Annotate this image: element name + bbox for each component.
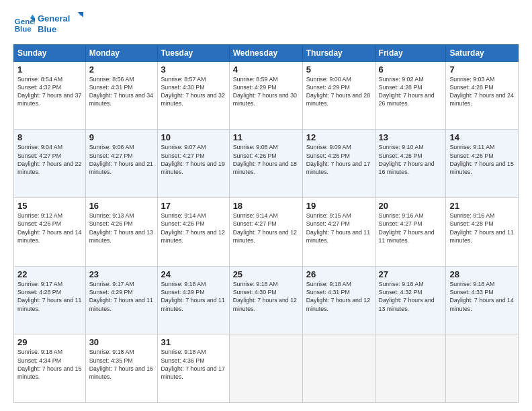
day-info: Sunrise: 9:16 AMSunset: 4:27 PMDaylight:… [379, 212, 435, 244]
calendar-cell: 23Sunrise: 9:17 AMSunset: 4:29 PMDayligh… [85, 266, 157, 334]
day-info: Sunrise: 9:17 AMSunset: 4:28 PMDaylight:… [17, 281, 81, 312]
weekday-header-monday: Monday [85, 44, 157, 61]
calendar-cell: 27Sunrise: 9:18 AMSunset: 4:32 PMDayligh… [375, 266, 446, 334]
weekday-header-thursday: Thursday [302, 44, 375, 61]
day-number: 14 [449, 132, 515, 142]
calendar-cell: 1Sunrise: 8:54 AMSunset: 4:32 PMDaylight… [14, 61, 86, 130]
calendar-cell: 17Sunrise: 9:14 AMSunset: 4:26 PMDayligh… [157, 197, 229, 266]
logo-text: General Blue [38, 11, 85, 38]
calendar-cell [302, 334, 375, 403]
day-info: Sunrise: 8:54 AMSunset: 4:32 PMDaylight:… [17, 76, 81, 107]
calendar-cell: 6Sunrise: 9:02 AMSunset: 4:28 PMDaylight… [375, 61, 446, 130]
calendar-table: SundayMondayTuesdayWednesdayThursdayFrid… [13, 44, 519, 404]
calendar-cell: 15Sunrise: 9:12 AMSunset: 4:26 PMDayligh… [14, 197, 86, 266]
logo: General Blue General Blue [13, 11, 85, 38]
day-number: 27 [379, 269, 443, 279]
calendar-cell: 2Sunrise: 8:56 AMSunset: 4:31 PMDaylight… [85, 61, 157, 130]
day-info: Sunrise: 9:18 AMSunset: 4:32 PMDaylight:… [379, 281, 435, 312]
day-number: 30 [89, 337, 154, 347]
day-number: 7 [449, 64, 515, 75]
day-info: Sunrise: 9:10 AMSunset: 4:26 PMDaylight:… [379, 144, 435, 175]
calendar-cell: 5Sunrise: 9:00 AMSunset: 4:29 PMDaylight… [302, 61, 375, 130]
day-number: 5 [306, 64, 371, 75]
day-number: 18 [233, 201, 299, 211]
day-info: Sunrise: 9:11 AMSunset: 4:26 PMDaylight:… [449, 144, 513, 175]
day-number: 10 [161, 132, 226, 142]
day-info: Sunrise: 9:06 AMSunset: 4:27 PMDaylight:… [89, 144, 153, 175]
day-number: 20 [379, 201, 443, 211]
day-number: 2 [89, 64, 154, 75]
calendar-cell: 16Sunrise: 9:13 AMSunset: 4:26 PMDayligh… [85, 197, 157, 266]
day-info: Sunrise: 9:18 AMSunset: 4:29 PMDaylight:… [161, 281, 225, 312]
day-info: Sunrise: 9:14 AMSunset: 4:26 PMDaylight:… [161, 212, 225, 244]
day-number: 6 [379, 64, 443, 75]
calendar-cell: 14Sunrise: 9:11 AMSunset: 4:26 PMDayligh… [446, 130, 519, 198]
day-info: Sunrise: 9:18 AMSunset: 4:33 PMDaylight:… [449, 281, 513, 312]
calendar-cell: 19Sunrise: 9:15 AMSunset: 4:27 PMDayligh… [302, 197, 375, 266]
day-number: 21 [449, 201, 515, 211]
day-number: 1 [17, 64, 82, 75]
calendar-cell: 4Sunrise: 8:59 AMSunset: 4:29 PMDaylight… [229, 61, 302, 130]
calendar-cell [375, 334, 446, 403]
day-info: Sunrise: 9:15 AMSunset: 4:27 PMDaylight:… [306, 212, 370, 244]
day-info: Sunrise: 9:08 AMSunset: 4:26 PMDaylight:… [233, 144, 297, 175]
day-info: Sunrise: 9:17 AMSunset: 4:29 PMDaylight:… [89, 281, 153, 312]
day-info: Sunrise: 9:18 AMSunset: 4:34 PMDaylight:… [17, 349, 81, 380]
calendar-cell: 28Sunrise: 9:18 AMSunset: 4:33 PMDayligh… [446, 266, 519, 334]
calendar-cell: 11Sunrise: 9:08 AMSunset: 4:26 PMDayligh… [229, 130, 302, 198]
day-info: Sunrise: 9:18 AMSunset: 4:36 PMDaylight:… [161, 349, 225, 380]
calendar-cell: 21Sunrise: 9:16 AMSunset: 4:28 PMDayligh… [446, 197, 519, 266]
day-info: Sunrise: 9:07 AMSunset: 4:27 PMDaylight:… [161, 144, 225, 175]
day-number: 28 [449, 269, 515, 279]
day-info: Sunrise: 9:18 AMSunset: 4:35 PMDaylight:… [89, 349, 153, 380]
calendar-cell: 29Sunrise: 9:18 AMSunset: 4:34 PMDayligh… [14, 334, 86, 403]
day-number: 3 [161, 64, 226, 75]
day-info: Sunrise: 9:09 AMSunset: 4:26 PMDaylight:… [306, 144, 370, 175]
calendar-cell: 22Sunrise: 9:17 AMSunset: 4:28 PMDayligh… [14, 266, 86, 334]
day-number: 17 [161, 201, 226, 211]
calendar-cell: 30Sunrise: 9:18 AMSunset: 4:35 PMDayligh… [85, 334, 157, 403]
day-info: Sunrise: 8:57 AMSunset: 4:30 PMDaylight:… [161, 76, 225, 107]
calendar-cell: 18Sunrise: 9:14 AMSunset: 4:27 PMDayligh… [229, 197, 302, 266]
calendar-cell: 10Sunrise: 9:07 AMSunset: 4:27 PMDayligh… [157, 130, 229, 198]
day-info: Sunrise: 9:00 AMSunset: 4:29 PMDaylight:… [306, 76, 370, 107]
day-number: 8 [17, 132, 82, 142]
day-number: 26 [306, 269, 371, 279]
day-number: 11 [233, 132, 299, 142]
day-info: Sunrise: 9:02 AMSunset: 4:28 PMDaylight:… [379, 76, 435, 107]
svg-text:General: General [38, 13, 70, 24]
day-number: 23 [89, 269, 154, 279]
day-number: 19 [306, 201, 371, 211]
day-number: 16 [89, 201, 154, 211]
svg-text:Blue: Blue [15, 24, 32, 32]
day-number: 24 [161, 269, 226, 279]
day-number: 12 [306, 132, 371, 142]
calendar-cell [446, 334, 519, 403]
calendar-cell: 12Sunrise: 9:09 AMSunset: 4:26 PMDayligh… [302, 130, 375, 198]
day-number: 13 [379, 132, 443, 142]
page: General Blue General Blue SundayMondayTu… [0, 0, 532, 411]
calendar-cell: 24Sunrise: 9:18 AMSunset: 4:29 PMDayligh… [157, 266, 229, 334]
svg-text:Blue: Blue [38, 24, 56, 34]
day-number: 4 [233, 64, 299, 75]
calendar-cell: 13Sunrise: 9:10 AMSunset: 4:26 PMDayligh… [375, 130, 446, 198]
day-info: Sunrise: 9:18 AMSunset: 4:31 PMDaylight:… [306, 281, 370, 312]
day-info: Sunrise: 8:59 AMSunset: 4:29 PMDaylight:… [233, 76, 297, 107]
weekday-header-sunday: Sunday [14, 44, 86, 61]
day-info: Sunrise: 9:18 AMSunset: 4:30 PMDaylight:… [233, 281, 297, 312]
header: General Blue General Blue [13, 11, 519, 38]
day-info: Sunrise: 9:13 AMSunset: 4:26 PMDaylight:… [89, 212, 153, 244]
calendar-cell: 26Sunrise: 9:18 AMSunset: 4:31 PMDayligh… [302, 266, 375, 334]
day-number: 15 [17, 201, 82, 211]
day-info: Sunrise: 9:03 AMSunset: 4:28 PMDaylight:… [449, 76, 513, 107]
weekday-header-tuesday: Tuesday [157, 44, 229, 61]
day-number: 25 [233, 269, 299, 279]
calendar-cell: 20Sunrise: 9:16 AMSunset: 4:27 PMDayligh… [375, 197, 446, 266]
logo-icon: General Blue [13, 13, 35, 35]
day-number: 9 [89, 132, 154, 142]
calendar-cell: 3Sunrise: 8:57 AMSunset: 4:30 PMDaylight… [157, 61, 229, 130]
calendar-cell: 25Sunrise: 9:18 AMSunset: 4:30 PMDayligh… [229, 266, 302, 334]
weekday-header-wednesday: Wednesday [229, 44, 302, 61]
day-info: Sunrise: 9:04 AMSunset: 4:27 PMDaylight:… [17, 144, 81, 175]
svg-marker-2 [30, 15, 35, 18]
